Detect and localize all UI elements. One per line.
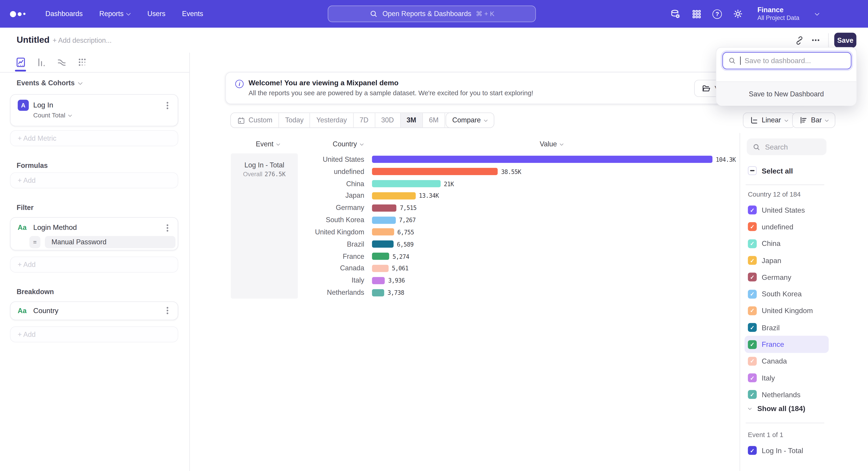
add-filter-button[interactable]: + Add [10,257,178,273]
more-options-icon[interactable] [807,33,824,48]
show-all-toggle[interactable]: Show all (184) [748,405,805,413]
tab-bar-report[interactable] [35,54,47,70]
bar[interactable] [372,277,385,284]
checkbox[interactable]: ✓ [748,323,757,332]
help-icon[interactable]: ? [712,9,722,19]
select-all-checkbox[interactable] [748,166,757,175]
y-scale-button[interactable]: Linear [743,112,795,128]
column-header-country[interactable]: Country [333,140,364,148]
copy-link-icon[interactable] [790,33,807,48]
filter-card[interactable]: Aa Login Method = Manual Password [10,217,178,251]
bar[interactable] [372,192,416,200]
info-icon: i [235,80,244,88]
bar[interactable] [372,289,384,296]
filter-item-united-states[interactable]: ✓United States [745,202,829,218]
range-6m[interactable]: 6M [423,113,445,127]
bar[interactable] [372,216,396,224]
checkbox[interactable]: ✓ [748,306,757,315]
events-cohorts-header[interactable]: Events & Cohorts [17,79,82,87]
filter-item-france[interactable]: ✓France [745,336,829,353]
save-to-new-dashboard-button[interactable]: Save to New Dashboard [716,82,857,106]
bar-row: Italy3,936 [298,274,741,286]
breakdown-card[interactable]: Aa Country [10,301,178,320]
range-today[interactable]: Today [279,113,310,127]
settings-gear-icon[interactable] [733,8,743,20]
add-formula-button[interactable]: + Add [10,172,178,188]
nav-item-users[interactable]: Users [147,10,165,18]
checkbox[interactable]: ✓ [748,390,757,399]
metric-menu-icon[interactable] [166,105,168,106]
report-title[interactable]: Untitled [17,35,50,45]
filter-item-japan[interactable]: ✓Japan [745,252,829,269]
nav-item-reports[interactable]: Reports [99,10,131,18]
apps-grid-icon[interactable] [691,8,702,19]
tab-insights[interactable] [14,54,27,70]
bar-category-label: Italy [298,277,364,284]
nav-item-dashboards[interactable]: Dashboards [45,10,83,18]
select-all-row[interactable]: Select all [745,163,793,178]
filter-item-netherlands[interactable]: ✓Netherlands [745,386,829,403]
add-description[interactable]: + Add description... [53,37,112,45]
filter-item-united-kingdom[interactable]: ✓United Kingdom [745,302,829,319]
checkbox[interactable]: ✓ [748,357,757,365]
global-search-button[interactable]: Open Reports & Dashboards ⌘ + K [328,5,536,22]
bar[interactable] [372,229,394,236]
filter-item-china[interactable]: ✓China [745,235,829,252]
bar[interactable] [372,204,397,211]
column-header-event[interactable]: Event [256,140,280,148]
breakdown-menu-icon[interactable] [166,310,168,311]
data-management-icon[interactable] [669,8,681,20]
bar[interactable] [372,156,712,163]
filter-property-name[interactable]: Login Method [33,223,77,232]
save-button[interactable]: Save [834,33,857,48]
checkbox[interactable]: ✓ [748,374,757,382]
bar[interactable] [372,240,394,248]
filter-item-canada[interactable]: ✓Canada [745,353,829,370]
checkbox[interactable]: ✓ [748,206,757,214]
metric-event-name[interactable]: Log In [33,101,53,109]
range-3m[interactable]: 3M [401,113,423,127]
nav-item-events[interactable]: Events [182,10,203,18]
checkbox[interactable]: ✓ [748,223,757,231]
report-type-tabs [0,53,189,72]
breakdown-property-name[interactable]: Country [33,306,59,315]
add-metric-button[interactable]: + Add Metric [10,130,178,146]
chevron-down-icon[interactable] [815,11,819,16]
checkbox[interactable]: ✓ [748,273,757,282]
filter-item-south-korea[interactable]: ✓South Korea [745,286,829,302]
filter-item-brazil[interactable]: ✓Brazil [745,319,829,336]
range-30d[interactable]: 30D [375,113,401,127]
checkbox[interactable]: ✓ [748,256,757,265]
bar[interactable] [372,253,389,260]
bar[interactable] [372,168,498,175]
bar-row: undefined38.55K [298,166,741,178]
filter-item-undefined[interactable]: ✓undefined [745,218,829,235]
checkbox[interactable]: ✓ [748,446,757,455]
range-yesterday[interactable]: Yesterday [310,113,353,127]
column-header-value[interactable]: Value [540,140,563,148]
metric-card[interactable]: A Log In Count Total [10,94,178,126]
mixpanel-logo-icon[interactable] [10,11,26,17]
save-dashboard-input[interactable]: Save to dashboard... [722,52,851,69]
tab-retention[interactable] [76,54,88,70]
checkbox[interactable]: ✓ [748,239,757,248]
metric-aggregation[interactable]: Count Total [33,112,72,119]
panel-search-input[interactable]: Search [747,139,827,155]
checkbox[interactable]: ✓ [748,340,757,349]
filter-item-log-in-total[interactable]: ✓ Log In - Total [745,443,803,458]
filter-operator[interactable]: = [29,236,40,248]
compare-button[interactable]: Compare [445,112,495,128]
tab-flows[interactable] [55,54,68,70]
add-breakdown-button[interactable]: + Add [10,326,178,342]
filter-item-germany[interactable]: ✓Germany [745,269,829,286]
filter-menu-icon[interactable] [166,227,168,229]
checkbox[interactable]: ✓ [748,290,757,298]
filter-value[interactable]: Manual Password [45,236,176,248]
range-7d[interactable]: 7D [353,113,375,127]
bar[interactable] [372,180,440,187]
filter-item-italy[interactable]: ✓Italy [745,370,829,386]
bar[interactable] [372,265,389,272]
range-custom[interactable]: Custom [231,113,279,127]
chart-type-button[interactable]: Bar [792,112,835,128]
project-switcher[interactable]: Finance All Project Data [757,6,800,21]
